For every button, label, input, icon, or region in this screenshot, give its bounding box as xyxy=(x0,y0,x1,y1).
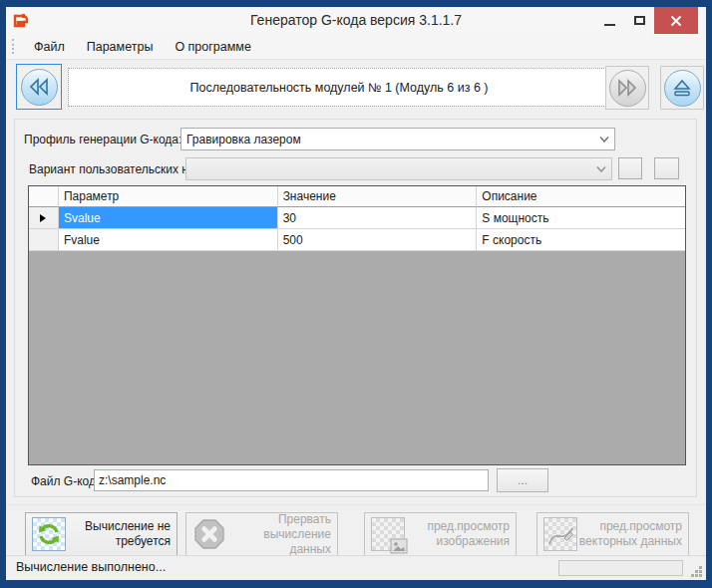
table-row: Svalue 30 S мощность xyxy=(29,207,685,229)
grid-corner-cell[interactable] xyxy=(29,186,59,207)
status-text: Вычисление выполнено... xyxy=(16,560,166,574)
preview-image-button[interactable]: пред.просмотр изображения xyxy=(364,512,517,556)
user-settings-combobox[interactable] xyxy=(185,157,612,180)
compute-button[interactable]: Вычисление не требуется xyxy=(25,512,178,556)
cell-desc[interactable]: S мощность xyxy=(477,207,685,229)
module-sequence-label: Последовательность модулей № 1 (Модуль 6… xyxy=(68,68,610,107)
menu-grip-icon xyxy=(12,39,15,54)
profile-label: Профиль генерации G-кода: xyxy=(24,133,181,147)
settings-groupbox: Профиль генерации G-кода: Гравировка лаз… xyxy=(14,119,697,497)
progress-bar xyxy=(558,560,683,576)
recycle-icon xyxy=(32,517,66,551)
forward-icon xyxy=(609,70,646,107)
preview-vector-button[interactable]: пред.просмотр векторных данных xyxy=(536,512,689,556)
browse-button[interactable]: ... xyxy=(497,468,548,492)
stop-icon xyxy=(192,517,226,551)
cell-value[interactable]: 30 xyxy=(278,207,478,229)
prev-module-button[interactable] xyxy=(16,64,62,110)
column-header-desc[interactable]: Описание xyxy=(477,186,685,207)
maximize-button[interactable] xyxy=(624,7,654,34)
menu-parameters[interactable]: Параметры xyxy=(76,36,165,58)
grid-header-row: Параметр Значение Описание xyxy=(29,186,685,207)
user-settings-add-button[interactable] xyxy=(618,157,642,179)
profile-combobox-value: Гравировка лазером xyxy=(186,133,301,147)
next-module-button[interactable] xyxy=(605,66,649,110)
cell-value[interactable]: 500 xyxy=(278,229,478,251)
statusbar: Вычисление выполнено... xyxy=(6,555,706,580)
eject-icon xyxy=(664,70,701,107)
user-settings-remove-button[interactable] xyxy=(654,157,679,179)
window-controls xyxy=(594,7,698,34)
column-header-param[interactable]: Параметр xyxy=(59,186,278,207)
profile-combobox[interactable]: Гравировка лазером xyxy=(180,128,615,150)
rewind-icon xyxy=(21,69,58,106)
current-row-arrow-icon xyxy=(40,214,46,222)
preview-image-button-label: пред.просмотр изображения xyxy=(405,519,510,549)
cell-param[interactable]: Svalue xyxy=(59,207,278,229)
eject-button[interactable] xyxy=(660,66,704,110)
abort-button[interactable]: Прервать вычисление данных xyxy=(185,512,338,556)
window-frame: Генератор G-кода версия 3.1.1.7 Файл Пар xyxy=(0,0,712,588)
row-selector[interactable] xyxy=(29,229,59,251)
column-header-value[interactable]: Значение xyxy=(278,186,478,207)
chevron-down-icon xyxy=(599,137,609,143)
abort-button-label: Прервать вычисление данных xyxy=(226,512,331,557)
menubar: Файл Параметры О программе xyxy=(6,34,706,60)
close-icon xyxy=(670,15,682,27)
preview-vector-button-label: пред.просмотр векторных данных xyxy=(577,519,682,549)
titlebar: Генератор G-кода версия 3.1.1.7 xyxy=(6,7,706,34)
close-button[interactable] xyxy=(654,7,698,34)
menu-file[interactable]: Файл xyxy=(23,36,76,58)
action-button-panel: Вычисление не требуется Прервать вычисле… xyxy=(6,504,706,555)
cell-desc[interactable]: F скорость xyxy=(477,229,685,251)
vector-preview-icon xyxy=(543,517,577,551)
chevron-down-icon xyxy=(596,166,606,172)
module-nav-toolbar: Последовательность модулей № 1 (Модуль 6… xyxy=(6,60,706,118)
window-client: Генератор G-кода версия 3.1.1.7 Файл Пар xyxy=(6,7,706,580)
compute-button-label: Вычисление не требуется xyxy=(66,519,171,549)
minimize-button[interactable] xyxy=(594,7,624,34)
image-preview-icon xyxy=(371,517,405,551)
row-selector[interactable] xyxy=(29,207,59,229)
parameters-grid: Параметр Значение Описание Svalue 30 S м… xyxy=(28,185,686,465)
resize-grip[interactable] xyxy=(690,564,703,577)
maximize-icon xyxy=(634,16,645,25)
cell-param[interactable]: Fvalue xyxy=(59,229,278,251)
menu-about[interactable]: О программе xyxy=(164,36,261,58)
minimize-icon xyxy=(604,24,615,26)
table-row: Fvalue 500 F скорость xyxy=(29,229,685,251)
gcode-file-input[interactable] xyxy=(94,469,489,491)
